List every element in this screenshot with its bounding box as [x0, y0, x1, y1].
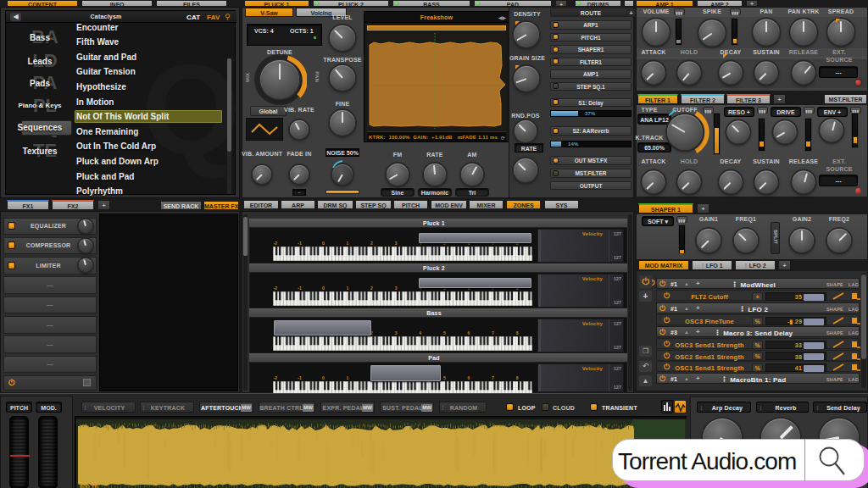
svg-text:600.16: 600.16: [80, 484, 98, 488]
